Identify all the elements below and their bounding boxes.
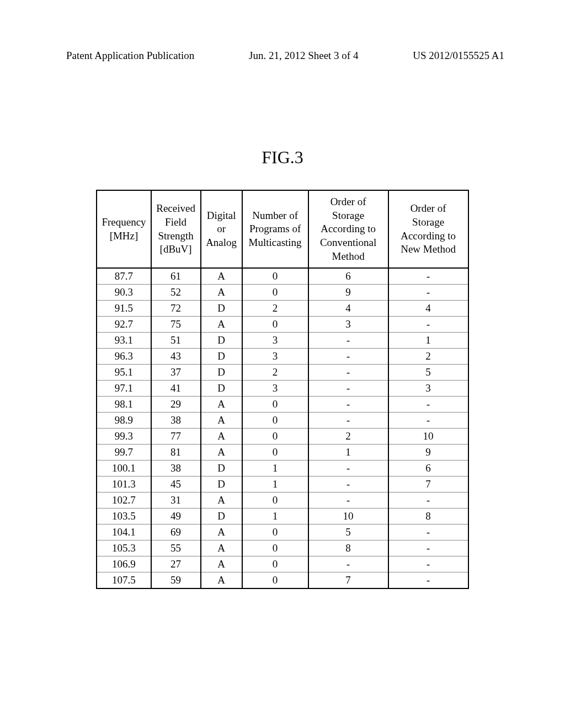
cell-frequency: 87.7 — [97, 268, 151, 285]
cell-strength: 77 — [151, 429, 201, 445]
table-row: 93.151D3-1 — [97, 333, 468, 349]
cell-frequency: 103.5 — [97, 508, 151, 524]
cell-new-order: - — [388, 397, 468, 413]
cell-conventional-order: 10 — [308, 508, 388, 524]
cell-frequency: 105.3 — [97, 540, 151, 556]
cell-strength: 27 — [151, 556, 201, 572]
table-row: 90.352A09- — [97, 285, 468, 301]
cell-strength: 51 — [151, 333, 201, 349]
cell-strength: 49 — [151, 508, 201, 524]
cell-frequency: 99.3 — [97, 429, 151, 445]
cell-strength: 52 — [151, 285, 201, 301]
table-row: 99.377A0210 — [97, 429, 468, 445]
cell-digital-analog: A — [201, 445, 242, 461]
cell-digital-analog: A — [201, 540, 242, 556]
cell-new-order: 6 — [388, 461, 468, 477]
table-row: 98.938A0-- — [97, 413, 468, 429]
cell-new-order: 3 — [388, 381, 468, 397]
cell-digital-analog: D — [201, 477, 242, 493]
cell-new-order: - — [388, 413, 468, 429]
cell-frequency: 92.7 — [97, 317, 151, 333]
cell-digital-analog: D — [201, 461, 242, 477]
table-row: 99.781A019 — [97, 445, 468, 461]
cell-frequency: 99.7 — [97, 445, 151, 461]
cell-programs: 1 — [242, 461, 308, 477]
cell-digital-analog: A — [201, 413, 242, 429]
cell-strength: 45 — [151, 477, 201, 493]
cell-conventional-order: - — [308, 333, 388, 349]
table-row: 104.169A05- — [97, 524, 468, 540]
cell-frequency: 106.9 — [97, 556, 151, 572]
cell-programs: 0 — [242, 540, 308, 556]
cell-programs: 3 — [242, 333, 308, 349]
cell-programs: 0 — [242, 268, 308, 285]
cell-new-order: 9 — [388, 445, 468, 461]
cell-new-order: - — [388, 556, 468, 572]
cell-digital-analog: D — [201, 301, 242, 317]
cell-new-order: - — [388, 524, 468, 540]
cell-conventional-order: - — [308, 461, 388, 477]
cell-strength: 38 — [151, 413, 201, 429]
cell-digital-analog: A — [201, 285, 242, 301]
cell-digital-analog: A — [201, 429, 242, 445]
cell-digital-analog: D — [201, 349, 242, 365]
cell-conventional-order: - — [308, 493, 388, 508]
cell-strength: 72 — [151, 301, 201, 317]
cell-digital-analog: D — [201, 365, 242, 381]
data-table: Frequency [MHz] Received Field Strength … — [96, 190, 468, 589]
cell-programs: 0 — [242, 572, 308, 589]
table-container: Frequency [MHz] Received Field Strength … — [0, 190, 565, 589]
col-header-conventional-order: Order of Storage According to Convention… — [308, 190, 388, 268]
table-row: 102.731A0-- — [97, 493, 468, 508]
col-header-frequency: Frequency [MHz] — [97, 190, 151, 268]
cell-strength: 31 — [151, 493, 201, 508]
cell-frequency: 91.5 — [97, 301, 151, 317]
cell-new-order: - — [388, 285, 468, 301]
table-row: 98.129A0-- — [97, 397, 468, 413]
cell-new-order: - — [388, 540, 468, 556]
cell-programs: 3 — [242, 381, 308, 397]
cell-conventional-order: - — [308, 556, 388, 572]
cell-new-order: 8 — [388, 508, 468, 524]
cell-digital-analog: D — [201, 508, 242, 524]
cell-strength: 59 — [151, 572, 201, 589]
cell-conventional-order: 2 — [308, 429, 388, 445]
cell-conventional-order: 8 — [308, 540, 388, 556]
cell-conventional-order: 5 — [308, 524, 388, 540]
cell-conventional-order: - — [308, 381, 388, 397]
cell-conventional-order: 9 — [308, 285, 388, 301]
cell-digital-analog: A — [201, 317, 242, 333]
cell-frequency: 97.1 — [97, 381, 151, 397]
cell-frequency: 98.9 — [97, 413, 151, 429]
cell-new-order: - — [388, 268, 468, 285]
table-row: 92.775A03- — [97, 317, 468, 333]
cell-conventional-order: 7 — [308, 572, 388, 589]
cell-programs: 0 — [242, 397, 308, 413]
table-row: 96.343D3-2 — [97, 349, 468, 365]
cell-digital-analog: D — [201, 381, 242, 397]
cell-programs: 2 — [242, 365, 308, 381]
table-row: 107.559A07- — [97, 572, 468, 589]
col-header-strength: Received Field Strength [dBuV] — [151, 190, 201, 268]
table-row: 100.138D1-6 — [97, 461, 468, 477]
cell-new-order: 4 — [388, 301, 468, 317]
cell-conventional-order: - — [308, 477, 388, 493]
cell-digital-analog: A — [201, 556, 242, 572]
header-sheet-info: Jun. 21, 2012 Sheet 3 of 4 — [249, 50, 358, 62]
cell-digital-analog: A — [201, 397, 242, 413]
cell-new-order: - — [388, 317, 468, 333]
cell-frequency: 96.3 — [97, 349, 151, 365]
cell-programs: 0 — [242, 285, 308, 301]
table-row: 101.345D1-7 — [97, 477, 468, 493]
cell-programs: 0 — [242, 317, 308, 333]
cell-new-order: 7 — [388, 477, 468, 493]
cell-programs: 1 — [242, 477, 308, 493]
cell-programs: 0 — [242, 524, 308, 540]
table-row: 106.927A0-- — [97, 556, 468, 572]
col-header-digital-analog: Digital or Analog — [201, 190, 242, 268]
col-header-programs: Number of Programs of Multicasting — [242, 190, 308, 268]
cell-conventional-order: - — [308, 365, 388, 381]
cell-programs: 0 — [242, 493, 308, 508]
cell-conventional-order: - — [308, 349, 388, 365]
cell-new-order: - — [388, 493, 468, 508]
